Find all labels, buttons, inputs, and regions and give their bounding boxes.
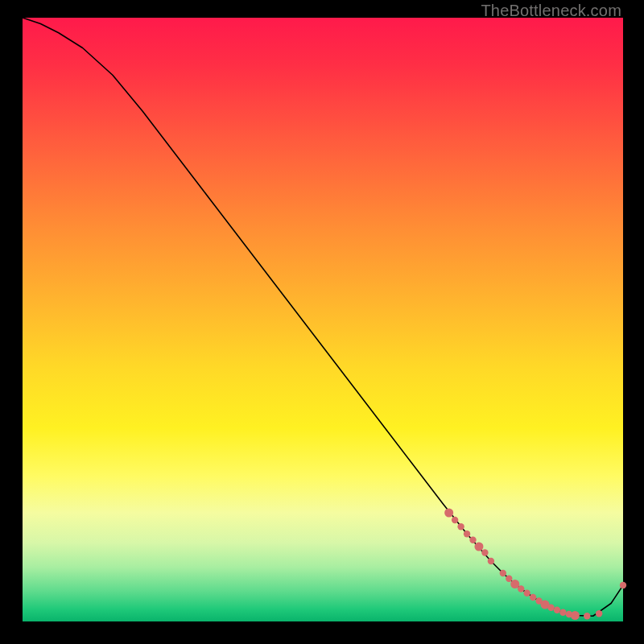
highlight-point: [530, 594, 536, 601]
highlight-point: [500, 570, 506, 576]
highlight-point: [518, 585, 524, 592]
highlight-point: [620, 582, 626, 588]
highlight-point: [584, 613, 590, 619]
bottleneck-curve: [23, 18, 623, 616]
highlight-points: [444, 509, 626, 621]
highlight-point: [547, 605, 554, 611]
highlight-point: [506, 576, 512, 582]
highlight-point: [488, 558, 494, 564]
highlight-point: [571, 611, 580, 620]
highlight-point: [457, 523, 464, 530]
curve-layer: [23, 18, 623, 621]
plot-area: [23, 18, 623, 621]
highlight-point: [452, 517, 458, 523]
highlight-point: [444, 509, 453, 518]
highlight-point: [510, 580, 519, 588]
highlight-point: [596, 610, 602, 617]
highlight-point: [474, 543, 483, 551]
highlight-point: [523, 590, 530, 597]
watermark-text: TheBottleneck.com: [481, 2, 621, 20]
chart-stage: TheBottleneck.com: [0, 0, 644, 644]
highlight-point: [554, 607, 560, 613]
highlight-point: [469, 537, 476, 543]
highlight-point: [464, 530, 470, 537]
highlight-point: [481, 549, 488, 555]
highlight-point: [559, 609, 566, 616]
